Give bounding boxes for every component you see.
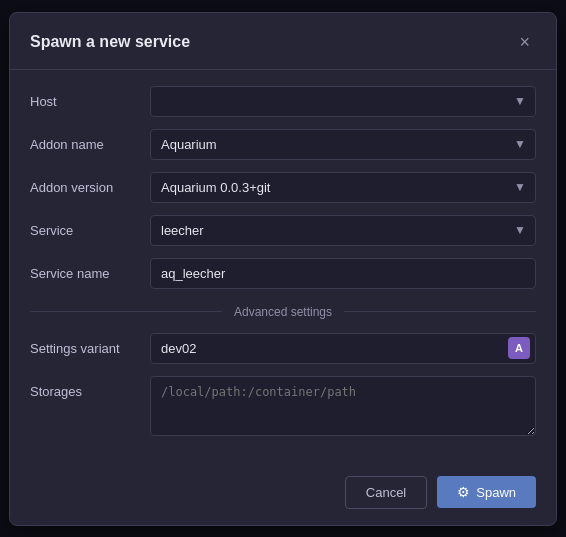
host-label: Host <box>30 94 150 109</box>
settings-variant-label: Settings variant <box>30 341 150 356</box>
addon-version-label: Addon version <box>30 180 150 195</box>
storages-row: Storages <box>30 376 536 436</box>
storages-textarea[interactable] <box>150 376 536 436</box>
service-name-input[interactable] <box>150 258 536 289</box>
addon-name-select[interactable]: Aquarium <box>150 129 536 160</box>
addon-name-row: Addon name Aquarium ▼ <box>30 129 536 160</box>
cancel-button[interactable]: Cancel <box>345 476 427 509</box>
advanced-settings-divider: Advanced settings <box>30 305 536 319</box>
service-label: Service <box>30 223 150 238</box>
service-row: Service leecher ▼ <box>30 215 536 246</box>
service-select[interactable]: leecher <box>150 215 536 246</box>
advanced-settings-label: Advanced settings <box>222 305 344 319</box>
addon-version-row: Addon version Aquarium 0.0.3+git ▼ <box>30 172 536 203</box>
host-row: Host ▼ <box>30 86 536 117</box>
divider-line-right <box>344 311 536 312</box>
addon-name-control: Aquarium ▼ <box>150 129 536 160</box>
service-control: leecher ▼ <box>150 215 536 246</box>
settings-variant-row: Settings variant A <box>30 333 536 364</box>
settings-variant-input[interactable] <box>150 333 536 364</box>
dialog-title: Spawn a new service <box>30 33 190 51</box>
settings-variant-badge: A <box>508 337 530 359</box>
close-button[interactable]: × <box>513 31 536 53</box>
service-name-control <box>150 258 536 289</box>
addon-version-control: Aquarium 0.0.3+git ▼ <box>150 172 536 203</box>
addon-name-label: Addon name <box>30 137 150 152</box>
settings-variant-control: A <box>150 333 536 364</box>
dialog-footer: Cancel ⚙ Spawn <box>10 464 556 525</box>
modal-overlay: Spawn a new service × Host ▼ Addon name <box>0 0 566 537</box>
service-name-label: Service name <box>30 266 150 281</box>
spawn-icon: ⚙ <box>457 484 470 500</box>
dialog-header: Spawn a new service × <box>10 13 556 70</box>
spawn-button[interactable]: ⚙ Spawn <box>437 476 536 508</box>
host-select[interactable] <box>150 86 536 117</box>
dialog-body: Host ▼ Addon name Aquarium ▼ <box>10 70 556 464</box>
addon-version-select[interactable]: Aquarium 0.0.3+git <box>150 172 536 203</box>
spawn-service-dialog: Spawn a new service × Host ▼ Addon name <box>9 12 557 526</box>
spawn-button-label: Spawn <box>476 485 516 500</box>
storages-label: Storages <box>30 376 150 399</box>
divider-line-left <box>30 311 222 312</box>
service-name-row: Service name <box>30 258 536 289</box>
host-control: ▼ <box>150 86 536 117</box>
